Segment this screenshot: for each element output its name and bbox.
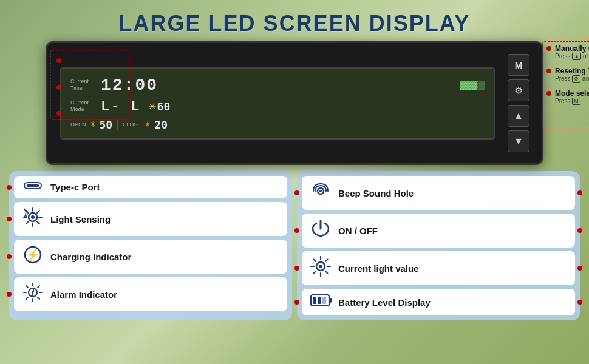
down-button[interactable]: ▼ (508, 130, 529, 152)
dot-battery-right (577, 300, 582, 305)
ann-dot-2 (546, 69, 551, 73)
current-light-icon (310, 256, 331, 280)
svg-line-33 (325, 260, 328, 262)
feature-battery: Battery Level Display (302, 289, 575, 315)
current-mode-label: CurrentMode (70, 99, 96, 113)
svg-rect-38 (318, 297, 321, 304)
dot-mode (56, 85, 61, 90)
dot-current-light-right (577, 266, 582, 271)
ann-sub-1: Press ▲ or ▼ (555, 53, 589, 59)
features-right-col: Beep Sound Hole ON / OFF (297, 171, 580, 320)
sun-close-icon: ✳ (145, 120, 151, 129)
svg-line-22 (26, 297, 28, 299)
svg-rect-36 (329, 298, 332, 303)
alarm-label: Alarm Indicator (50, 289, 117, 300)
light-value: 60 (157, 100, 171, 113)
charging-label: Charging Indicator (50, 252, 131, 262)
dot-beep-right (577, 190, 582, 195)
dot-power-left (294, 228, 299, 233)
feature-light-sensing: Light Sensing (14, 202, 287, 236)
feature-beep: Beep Sound Hole (302, 176, 575, 210)
sun-open-icon: ✳ (90, 120, 96, 129)
up-button[interactable]: ▲ (508, 105, 529, 127)
feature-power: ON / OFF (302, 214, 575, 248)
open-value: 50 (100, 118, 113, 131)
svg-line-10 (37, 211, 39, 213)
features-section: Type-c Port (9, 171, 580, 320)
typec-icon (22, 181, 43, 194)
current-light-label: Current light value (338, 263, 419, 274)
dot-alarm (7, 292, 12, 297)
dot-light-sensing (7, 217, 12, 221)
sun-icon-mode: ✳ (148, 101, 156, 112)
ann-dot-1 (546, 46, 551, 51)
open-label: OPEN (70, 121, 86, 127)
dot-battery-left (294, 300, 299, 305)
feature-charging: ⚡ Charging Indicator (14, 240, 287, 274)
ann-sub-3: Press M (555, 98, 589, 104)
mode-value: L- L (101, 98, 141, 115)
dot-time (56, 58, 61, 63)
svg-point-26 (319, 265, 322, 268)
beep-label: Beep Sound Hole (338, 188, 414, 198)
svg-text:⚡: ⚡ (26, 248, 40, 261)
svg-point-24 (319, 190, 322, 192)
page-title: LARGE LED SCREEN DISPLAY (119, 11, 471, 36)
close-value: 20 (154, 118, 168, 131)
ann-title-3: Mode selecation (555, 89, 589, 98)
svg-rect-37 (313, 297, 316, 304)
charging-icon: ⚡ (22, 244, 43, 269)
ann-dot-3 (546, 91, 551, 96)
features-left-col: Type-c Port (9, 171, 292, 320)
annotations-panel: Manually Open or Close Press ▲ or ▼ Rese… (546, 44, 589, 113)
svg-line-31 (314, 260, 316, 262)
device-buttons: M ⚙ ▲ ▼ (508, 54, 529, 152)
dot-beep-left (294, 190, 299, 195)
annotation-manual: Manually Open or Close Press ▲ or ▼ (546, 44, 589, 59)
light-sensing-label: Light Sensing (50, 214, 111, 224)
ann-sub-2: Press ⚙ and ▲ or ▼ (555, 75, 589, 82)
typec-label: Type-c Port (50, 182, 100, 192)
svg-rect-39 (322, 297, 326, 304)
battery-icon (310, 294, 331, 311)
led-device: CurrentTime 12:00 ▓▓▓▓ CurrentMode L- L … (46, 41, 543, 165)
svg-line-9 (37, 221, 39, 224)
feature-typec: Type-c Port (14, 176, 287, 198)
svg-rect-1 (27, 184, 39, 187)
close-label: CLOSE (123, 121, 141, 127)
dot-open (56, 111, 61, 116)
beep-icon (310, 181, 331, 205)
power-icon (310, 218, 331, 243)
time-value: 12:00 (101, 76, 158, 95)
dot-current-light-left (294, 266, 299, 271)
battery-screen-icon: ▓▓▓▓ (460, 81, 485, 90)
light-sensing-icon (22, 207, 43, 231)
feature-alarm: Alarm Indicator (14, 277, 287, 311)
led-screen: CurrentTime 12:00 ▓▓▓▓ CurrentMode L- L … (60, 67, 495, 140)
svg-point-3 (31, 215, 35, 219)
m-button[interactable]: M (508, 54, 529, 76)
svg-line-21 (38, 286, 39, 288)
current-time-label: CurrentTime (70, 78, 96, 92)
annotation-mode: Mode selecation Press M (546, 89, 589, 104)
svg-line-32 (325, 271, 328, 274)
svg-line-34 (314, 271, 316, 274)
ann-title-2: Reseting Timer or Light (555, 67, 589, 75)
gear-button[interactable]: ⚙ (508, 79, 529, 101)
alarm-icon (22, 282, 43, 306)
svg-line-11 (26, 221, 29, 224)
dot-typec (7, 185, 12, 190)
feature-current-light: Current light value (302, 251, 575, 285)
battery-label: Battery Level Display (338, 297, 431, 308)
dot-charging (7, 254, 12, 259)
dot-power-right (577, 228, 582, 233)
svg-line-20 (38, 297, 39, 299)
ann-title-1: Manually Open or Close (555, 44, 589, 53)
power-label: ON / OFF (338, 226, 378, 236)
svg-line-19 (26, 286, 28, 288)
annotation-reset: Reseting Timer or Light Press ⚙ and ▲ or… (546, 67, 589, 82)
